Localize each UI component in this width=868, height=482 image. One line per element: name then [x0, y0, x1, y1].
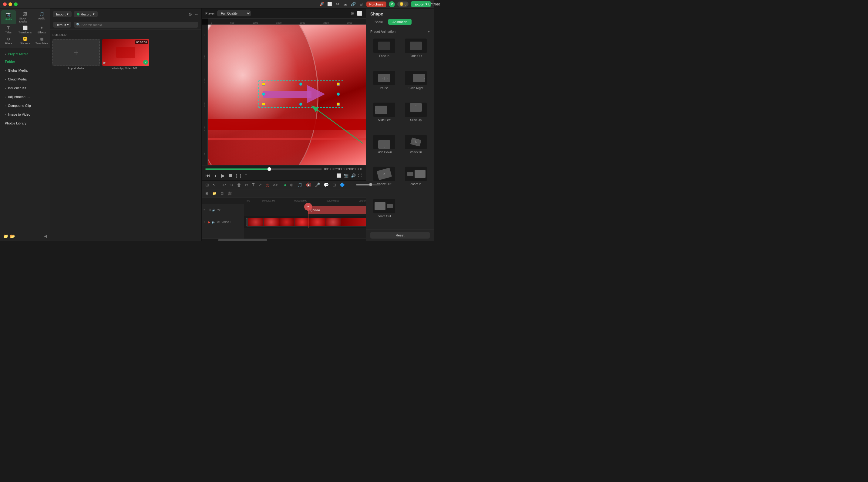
- tl-pip-button[interactable]: ⊡: [331, 182, 337, 188]
- zoom-slider[interactable]: [356, 184, 380, 186]
- frame-back-button[interactable]: ⏴: [213, 173, 218, 178]
- anim-fade-in[interactable]: Fade In: [369, 36, 400, 68]
- new-folder-icon[interactable]: 📂: [10, 234, 15, 238]
- add-audio-track-button[interactable]: 📁: [211, 191, 218, 196]
- tl-main-track-button[interactable]: ●: [283, 182, 287, 188]
- tl-overlay-button[interactable]: ⊕: [289, 182, 295, 188]
- folder-label[interactable]: Folder: [5, 60, 15, 63]
- toolbar-item-titles[interactable]: T Titles: [1, 24, 16, 35]
- tl-more-button[interactable]: >>: [272, 182, 279, 188]
- toolbar-item-effects[interactable]: ✦ Effects: [34, 24, 50, 35]
- sidebar-item-project-media[interactable]: ▾ Project Media: [1, 50, 49, 58]
- anim-zoom-in[interactable]: Zoom In: [400, 164, 432, 196]
- picture-in-picture-button[interactable]: ⬜: [336, 173, 341, 178]
- tl-delete-button[interactable]: 🗑: [236, 182, 242, 188]
- snapshot-button[interactable]: 📷: [344, 173, 348, 178]
- more-options-icon[interactable]: ···: [195, 12, 198, 17]
- progress-bar[interactable]: 00:00:02:09 / 00:00:06:00: [205, 167, 362, 171]
- notification-icon[interactable]: 🚀: [319, 1, 324, 7]
- collapse-button[interactable]: ◀: [44, 234, 47, 238]
- sidebar-item-compound-clip[interactable]: ▸ Compound Clip: [1, 102, 49, 110]
- sidebar-item-global-media[interactable]: ▸ Global Media: [1, 66, 49, 75]
- preset-collapse-icon[interactable]: ▾: [428, 29, 430, 34]
- fullscreen-icon[interactable]: ⬜: [357, 11, 362, 16]
- anim-vortex-in[interactable]: ↻ Vortex In: [400, 132, 432, 164]
- tl-pointer-button[interactable]: ↖: [211, 182, 217, 188]
- add-video-track-button[interactable]: 🎥: [226, 191, 233, 196]
- track-eye-icon-1[interactable]: 👁: [217, 220, 220, 224]
- tl-text-button[interactable]: T: [251, 182, 256, 188]
- zoom-out-btn[interactable]: −: [350, 182, 354, 188]
- toolbar-item-media[interactable]: 📷 Media: [1, 10, 16, 24]
- anim-fade-out[interactable]: Fade Out: [400, 36, 432, 68]
- toolbar-item-templates[interactable]: ▦ Templates: [34, 35, 50, 46]
- video-clip[interactable]: ◼: [246, 218, 366, 226]
- sidebar-item-photos-library[interactable]: Photos Library: [1, 119, 49, 127]
- message-icon[interactable]: ✉: [335, 1, 340, 7]
- quality-select[interactable]: Full Quality Half Quality Quarter Qualit…: [217, 10, 251, 17]
- track-audio-icon[interactable]: 🔈: [212, 208, 216, 212]
- arrow-clip[interactable]: ⬡ Arrow: [308, 206, 366, 214]
- tl-color-button[interactable]: 🔷: [338, 182, 346, 188]
- progress-track[interactable]: [205, 168, 322, 170]
- fullscreen-btn[interactable]: ⛶: [358, 173, 362, 178]
- bracket-out-button[interactable]: }: [240, 173, 241, 178]
- reset-button[interactable]: Reset: [370, 232, 430, 238]
- toolbar-item-transitions[interactable]: ⬜ Transitions: [18, 24, 33, 35]
- play-button[interactable]: ▶: [221, 173, 225, 178]
- sidebar-item-cloud-media[interactable]: ▸ Cloud Media: [1, 75, 49, 83]
- anim-slide-down[interactable]: ↓ Slide Down: [369, 132, 400, 164]
- track-eye-icon[interactable]: 👁: [217, 208, 221, 212]
- tab-animation[interactable]: Animation: [388, 19, 411, 25]
- volume-button[interactable]: 🔊: [351, 173, 356, 178]
- tab-basic[interactable]: Basic: [370, 19, 387, 25]
- anim-zoom-out[interactable]: Zoom Out: [369, 196, 400, 228]
- add-layer-button[interactable]: ⊞: [204, 191, 209, 196]
- layout-icon[interactable]: ⊞: [359, 1, 364, 7]
- import-media-item[interactable]: + Import Media: [53, 39, 100, 70]
- tl-speed-button[interactable]: ◎: [265, 182, 271, 188]
- add-compound-button[interactable]: ⊡: [220, 191, 225, 196]
- sidebar-item-influence-kit[interactable]: ▸ Influence Kit: [1, 84, 49, 92]
- video-media-item[interactable]: 00:00:06 ▶ ✓ WhatsApp Video 202...: [102, 39, 150, 70]
- anim-slide-right[interactable]: → Slide Right: [400, 68, 432, 100]
- traffic-light-yellow[interactable]: [8, 2, 12, 6]
- tl-undo-button[interactable]: ↩: [221, 182, 227, 188]
- bracket-in-button[interactable]: {: [236, 173, 237, 178]
- anim-vortex-out[interactable]: ↺ Vortex Out: [369, 164, 400, 196]
- track-layer-icon[interactable]: ⊞: [208, 208, 211, 212]
- tl-crop-button[interactable]: ⤢: [257, 182, 263, 188]
- toolbar-item-audio[interactable]: 🎵 Audio: [34, 10, 50, 24]
- record-button[interactable]: Record ▾: [74, 11, 97, 17]
- search-input[interactable]: [82, 23, 196, 27]
- track-audio-icon-1[interactable]: 🔈: [211, 220, 216, 224]
- trim-button[interactable]: ⊡: [244, 174, 247, 178]
- purchase-button[interactable]: Purchase: [366, 1, 386, 7]
- tl-mic-button[interactable]: 🎤: [314, 182, 321, 188]
- anim-slide-up[interactable]: ↑ Slide Up: [400, 100, 432, 132]
- toolbar-item-filters[interactable]: ⊙ Filters: [1, 35, 16, 46]
- account-icon[interactable]: ⬜: [327, 1, 332, 7]
- settings-icon[interactable]: 🔗: [350, 1, 356, 7]
- anim-pause[interactable]: →||→ Pause: [369, 68, 400, 100]
- sidebar-item-adjustment-l[interactable]: ▸ Adjustment L...: [1, 92, 49, 101]
- import-button[interactable]: Import ▾: [53, 11, 71, 17]
- traffic-light-red[interactable]: [3, 2, 7, 6]
- timeline-scrollbar[interactable]: [202, 238, 366, 241]
- anim-slide-left[interactable]: ← Slide Left: [369, 100, 400, 132]
- default-button[interactable]: Default ▾: [53, 22, 71, 28]
- toolbar-item-stickers[interactable]: 😊 Stickers: [18, 35, 33, 46]
- filter-icon[interactable]: ⚙: [188, 12, 192, 17]
- tl-mute-button[interactable]: 🔇: [305, 182, 312, 188]
- stop-button[interactable]: ⏹: [228, 173, 232, 178]
- tl-subtitle-button[interactable]: 💬: [322, 182, 330, 188]
- skip-back-button[interactable]: ⏮: [205, 173, 210, 178]
- tl-grid-button[interactable]: ⊞: [204, 182, 210, 188]
- tl-audio-button[interactable]: 🎵: [296, 182, 304, 188]
- traffic-light-green[interactable]: [14, 2, 18, 6]
- tl-cut-button[interactable]: ✂: [244, 182, 250, 188]
- cloud-icon[interactable]: ☁: [343, 1, 348, 7]
- add-folder-icon[interactable]: 📁: [3, 234, 8, 238]
- sidebar-item-image-to-video[interactable]: ▸ Image to Video: [1, 110, 49, 119]
- tl-redo-button[interactable]: ↪: [228, 182, 235, 188]
